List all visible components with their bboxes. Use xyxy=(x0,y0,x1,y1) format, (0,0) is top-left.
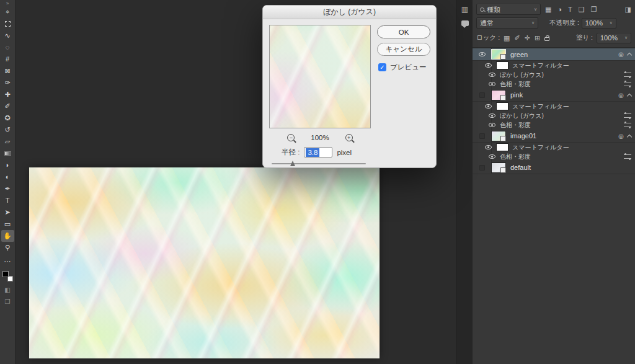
history-brush-tool-icon[interactable]: ↺ xyxy=(1,124,14,136)
layer-thumbnail[interactable] xyxy=(491,131,506,141)
smart-filter-badge-icon[interactable]: ◎ xyxy=(618,133,624,140)
visibility-toggle[interactable] xyxy=(473,89,491,101)
blend-mode-select[interactable]: 通常 ∨ xyxy=(476,17,538,29)
eyedropper-tool-icon[interactable]: ✑ xyxy=(1,77,14,89)
lock-transparency-icon[interactable]: ▦ xyxy=(504,35,510,42)
visibility-toggle[interactable] xyxy=(484,152,500,161)
filter-smart-objects-icon[interactable]: ❒ xyxy=(591,6,597,13)
filter-blend-options-icon[interactable] xyxy=(624,113,631,118)
screen-mode-icon[interactable]: ❐ xyxy=(5,298,11,305)
blur-tool-icon[interactable]: ◗ xyxy=(1,159,14,171)
lock-artboard-icon[interactable]: ⊞ xyxy=(535,35,540,42)
dialog-title[interactable]: ぼかし (ガウス) xyxy=(263,6,436,19)
pen-tool-icon[interactable]: ✒ xyxy=(1,183,14,195)
layer-filter-type-select[interactable]: 種類 ∨ xyxy=(476,4,541,15)
smart-filter-row[interactable]: 色相・彩度 xyxy=(473,152,635,161)
smart-filter-row[interactable]: ぼかし (ガウス) xyxy=(473,70,635,79)
visibility-toggle[interactable] xyxy=(484,70,500,79)
fill-input[interactable]: 100% ∨ xyxy=(597,33,631,43)
filter-mask-thumbnail[interactable] xyxy=(496,61,508,69)
marquee-tool-icon[interactable] xyxy=(1,18,14,30)
layer-thumbnail[interactable] xyxy=(491,162,506,173)
blur-preview-thumbnail[interactable] xyxy=(269,25,371,128)
collapse-chevron-icon[interactable] xyxy=(627,53,632,58)
healing-brush-tool-icon[interactable]: ✚ xyxy=(1,89,14,100)
smart-filter-badge-icon[interactable]: ◎ xyxy=(618,51,624,58)
slider-track xyxy=(272,163,366,164)
ok-button[interactable]: OK xyxy=(377,25,430,38)
visibility-toggle[interactable] xyxy=(484,120,500,130)
smart-filter-row[interactable]: ぼかし (ガウス) xyxy=(473,111,635,120)
smart-filter-row[interactable]: 色相・彩度 xyxy=(473,120,635,130)
visibility-toggle[interactable] xyxy=(480,61,496,70)
smart-filter-mask-row[interactable]: スマートフィルター xyxy=(473,61,635,70)
filter-blend-options-icon[interactable] xyxy=(624,123,631,127)
filter-blend-options-icon[interactable] xyxy=(624,73,631,77)
quick-selection-tool-icon[interactable]: ◌ xyxy=(1,42,14,53)
visibility-toggle[interactable] xyxy=(473,48,491,60)
foreground-color-swatch[interactable] xyxy=(2,271,9,277)
gradient-tool-icon[interactable] xyxy=(1,148,14,159)
visibility-toggle[interactable] xyxy=(484,111,500,120)
visibility-toggle[interactable] xyxy=(473,161,491,174)
visibility-toggle[interactable] xyxy=(484,79,500,89)
crop-tool-icon[interactable]: # xyxy=(1,53,14,65)
smart-filter-mask-row[interactable]: スマートフィルター xyxy=(473,143,635,152)
lasso-tool-icon[interactable]: ∿ xyxy=(1,30,14,42)
filter-blend-options-icon[interactable] xyxy=(624,82,631,86)
opacity-input[interactable]: 100% ∨ xyxy=(582,18,616,29)
slider-thumb[interactable] xyxy=(290,161,295,166)
frame-tool-icon[interactable]: ⊠ xyxy=(1,65,14,77)
smart-filter-mask-row[interactable]: スマートフィルター xyxy=(473,102,635,111)
color-swatches[interactable] xyxy=(2,271,13,282)
filter-blend-options-icon[interactable] xyxy=(624,154,631,159)
zoom-tool-icon[interactable]: ⚲ xyxy=(1,242,14,254)
smart-filter-row[interactable]: 色相・彩度 xyxy=(473,79,635,89)
layer-thumbnail[interactable] xyxy=(491,49,506,60)
preview-checkbox-row[interactable]: ✓ プレビュー xyxy=(378,63,427,72)
type-tool-icon[interactable]: T xyxy=(1,195,14,206)
document-image[interactable] xyxy=(29,167,380,358)
brush-tool-icon[interactable]: ✐ xyxy=(1,100,14,112)
collapse-chevron-icon[interactable] xyxy=(627,134,632,139)
visibility-toggle[interactable] xyxy=(480,102,496,111)
properties-panel-icon[interactable]: ▥ xyxy=(461,2,468,16)
layer-row-image01[interactable]: image01◎ xyxy=(473,130,635,143)
filter-pixel-layers-icon[interactable]: ▦ xyxy=(545,6,551,13)
lock-position-icon[interactable]: ✛ xyxy=(525,35,530,42)
zoom-out-icon[interactable]: − xyxy=(287,134,295,141)
collapse-chevron-icon[interactable] xyxy=(627,93,632,98)
shape-tool-icon[interactable]: ▭ xyxy=(1,218,14,230)
hand-tool-icon[interactable]: ✋ xyxy=(1,230,14,242)
edit-toolbar-icon[interactable]: ⋯ xyxy=(4,257,11,265)
lock-pixels-icon[interactable]: ✐ xyxy=(514,35,520,42)
filter-mask-thumbnail[interactable] xyxy=(496,102,508,110)
eraser-tool-icon[interactable]: ▱ xyxy=(1,136,14,148)
opacity-value: 100% xyxy=(585,19,603,27)
visibility-toggle[interactable] xyxy=(480,143,496,152)
dodge-tool-icon[interactable]: ◐ xyxy=(1,171,14,183)
clone-stamp-tool-icon[interactable]: ✪ xyxy=(1,112,14,124)
smart-filter-badge-icon[interactable]: ◎ xyxy=(618,92,624,99)
filter-shape-layers-icon[interactable]: ❑ xyxy=(579,6,585,13)
layer-row-default[interactable]: default xyxy=(473,161,635,174)
filter-adjustment-layers-icon[interactable]: ◑ xyxy=(557,6,562,13)
layer-row-pink[interactable]: pink◎ xyxy=(473,89,635,102)
visibility-toggle[interactable] xyxy=(473,130,491,142)
move-tool-icon[interactable]: ⌖ xyxy=(1,6,14,18)
toolbar-overflow-icon[interactable]: » xyxy=(6,1,9,6)
zoom-in-icon[interactable]: + xyxy=(345,134,353,141)
comments-panel-icon[interactable] xyxy=(461,20,469,26)
cancel-button[interactable]: キャンセル xyxy=(377,43,430,56)
lock-all-icon[interactable] xyxy=(544,37,549,41)
filter-mask-thumbnail[interactable] xyxy=(496,143,508,151)
path-selection-tool-icon[interactable]: ➤ xyxy=(1,206,14,218)
filter-type-layers-icon[interactable]: T xyxy=(568,6,572,13)
layer-row-green[interactable]: green◎ xyxy=(473,48,635,61)
filter-toggle-icon[interactable]: ◨ xyxy=(625,6,631,13)
radius-slider[interactable] xyxy=(272,161,366,167)
layer-thumbnail[interactable] xyxy=(491,90,506,100)
preview-checkbox[interactable]: ✓ xyxy=(378,63,386,71)
radius-input[interactable]: 3.8 xyxy=(304,147,332,158)
quick-mask-icon[interactable]: ◧ xyxy=(4,286,10,293)
